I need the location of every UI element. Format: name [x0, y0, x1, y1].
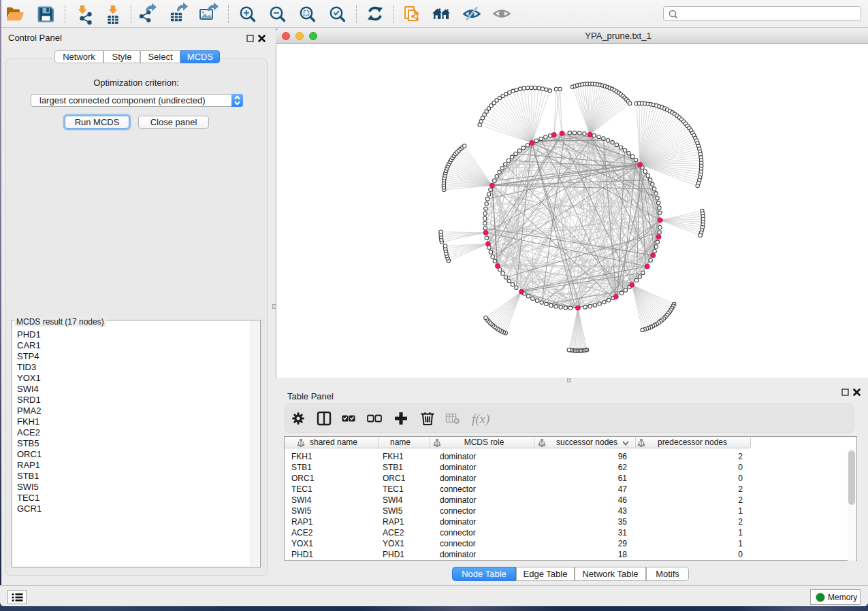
svg-text:f(x): f(x) — [472, 412, 489, 427]
